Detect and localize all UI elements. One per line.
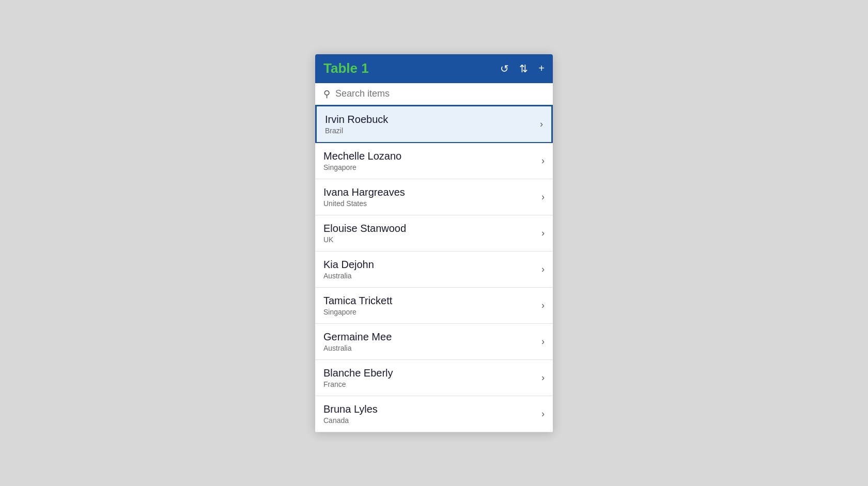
list-item-subtitle: France (323, 380, 393, 388)
chevron-right-icon: › (541, 155, 545, 166)
list-item-content: Germaine MeeAustralia (323, 331, 392, 352)
sort-icon[interactable]: ⇅ (519, 62, 528, 75)
list-item-name: Elouise Stanwood (323, 223, 406, 234)
chevron-right-icon: › (541, 300, 545, 311)
list-item[interactable]: Mechelle LozanoSingapore› (315, 143, 553, 179)
chevron-right-icon: › (541, 228, 545, 239)
list-item[interactable]: Bruna LylesCanada› (315, 396, 553, 432)
list-item-content: Irvin RoebuckBrazil (325, 114, 388, 135)
list-item-subtitle: Australia (323, 272, 374, 280)
items-list: Irvin RoebuckBrazil›Mechelle LozanoSinga… (315, 105, 553, 432)
list-item-content: Mechelle LozanoSingapore (323, 150, 401, 171)
add-icon[interactable]: + (538, 62, 545, 74)
list-item-subtitle: Brazil (325, 127, 388, 135)
list-item-name: Tamica Trickett (323, 295, 392, 307)
chevron-right-icon: › (541, 409, 545, 419)
list-item-name: Ivana Hargreaves (323, 186, 405, 198)
list-item-content: Tamica TrickettSingapore (323, 295, 392, 316)
header-icons: ↺ ⇅ + (500, 62, 545, 75)
list-item-name: Irvin Roebuck (325, 114, 388, 126)
list-item-content: Blanche EberlyFrance (323, 367, 393, 388)
search-bar: ⚲ (315, 83, 553, 105)
chevron-right-icon: › (541, 372, 545, 383)
chevron-right-icon: › (541, 336, 545, 347)
list-item-subtitle: Australia (323, 344, 392, 352)
list-item-subtitle: Singapore (323, 308, 392, 316)
list-item-content: Bruna LylesCanada (323, 403, 378, 425)
list-item[interactable]: Irvin RoebuckBrazil› (315, 105, 553, 144)
table-title: Table 1 (323, 60, 369, 76)
list-item-subtitle: Canada (323, 416, 378, 425)
list-item-subtitle: Singapore (323, 163, 401, 171)
list-item[interactable]: Ivana HargreavesUnited States› (315, 179, 553, 215)
list-item[interactable]: Germaine MeeAustralia› (315, 324, 553, 360)
list-item-content: Elouise StanwoodUK (323, 223, 406, 244)
list-item-name: Bruna Lyles (323, 403, 378, 415)
refresh-icon[interactable]: ↺ (500, 62, 509, 75)
chevron-right-icon: › (541, 192, 545, 202)
list-item[interactable]: Blanche EberlyFrance› (315, 360, 553, 396)
list-item-name: Mechelle Lozano (323, 150, 401, 162)
list-item-content: Kia DejohnAustralia (323, 259, 374, 280)
search-icon: ⚲ (323, 88, 330, 100)
list-item[interactable]: Kia DejohnAustralia› (315, 252, 553, 288)
app-header: Table 1 ↺ ⇅ + (315, 54, 553, 83)
list-item-subtitle: United States (323, 199, 405, 208)
chevron-right-icon: › (540, 119, 543, 130)
search-input[interactable] (335, 88, 545, 99)
app-container: Table 1 ↺ ⇅ + ⚲ Irvin RoebuckBrazil›Mech… (315, 54, 553, 432)
list-item-content: Ivana HargreavesUnited States (323, 186, 405, 208)
list-item-name: Germaine Mee (323, 331, 392, 343)
list-item-name: Kia Dejohn (323, 259, 374, 271)
list-item-subtitle: UK (323, 236, 406, 244)
list-item[interactable]: Tamica TrickettSingapore› (315, 288, 553, 324)
chevron-right-icon: › (541, 264, 545, 275)
list-item-name: Blanche Eberly (323, 367, 393, 379)
list-item[interactable]: Elouise StanwoodUK› (315, 215, 553, 252)
